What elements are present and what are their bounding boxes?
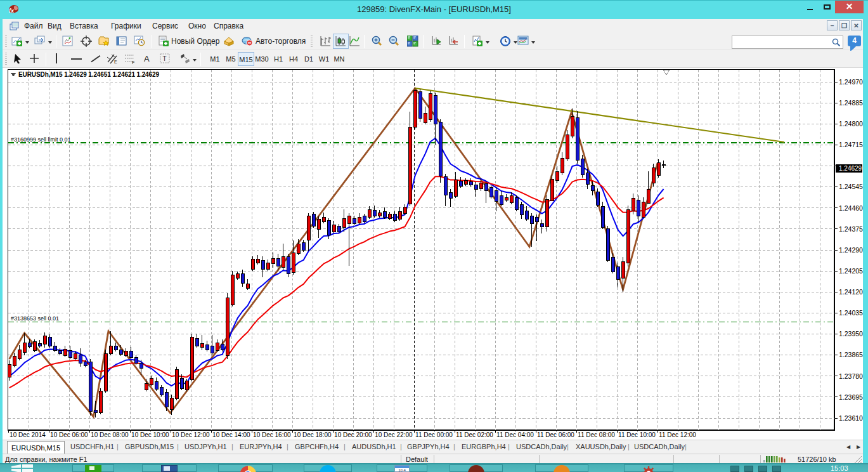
svg-text:1.24715: 1.24715: [839, 141, 863, 148]
svg-text:EURUSDh,M15 1.24629 1.24651 1: EURUSDh,M15 1.24629 1.24651 1.24621 1.24…: [18, 71, 160, 78]
svg-text:10 Dec 12:00: 10 Dec 12:00: [172, 431, 210, 438]
svg-text:1.24885: 1.24885: [839, 99, 863, 107]
svg-text:1.23865: 1.23865: [839, 351, 863, 358]
svg-text:1.24120: 1.24120: [839, 288, 863, 296]
svg-text:1.24460: 1.24460: [839, 204, 863, 212]
svg-text:11 Dec 10:00: 11 Dec 10:00: [618, 431, 656, 438]
svg-text:10 Dec 22:00: 10 Dec 22:00: [375, 431, 413, 438]
svg-text:1.24035: 1.24035: [839, 309, 863, 317]
svg-text:#3160999 sell limit 0.01: #3160999 sell limit 0.01: [11, 136, 71, 143]
svg-text:11 Dec 06:00: 11 Dec 06:00: [537, 431, 574, 438]
svg-text:11 Dec 08:00: 11 Dec 08:00: [578, 431, 615, 438]
svg-text:10 Dec 20:00: 10 Dec 20:00: [334, 431, 372, 438]
svg-text:1.24629: 1.24629: [839, 165, 862, 172]
svg-text:10 Dec 10:00: 10 Dec 10:00: [131, 431, 169, 438]
svg-text:1.23950: 1.23950: [839, 330, 863, 338]
svg-text:11 Dec 12:00: 11 Dec 12:00: [659, 431, 696, 438]
svg-text:1.24290: 1.24290: [839, 246, 863, 254]
svg-text:11 Dec 02:00: 11 Dec 02:00: [456, 431, 493, 438]
svg-text:10 Dec 16:00: 10 Dec 16:00: [253, 431, 291, 438]
svg-text:1.24800: 1.24800: [839, 120, 863, 128]
svg-text:10 Dec 14:00: 10 Dec 14:00: [212, 431, 250, 438]
svg-text:1.24375: 1.24375: [839, 225, 863, 233]
svg-text:T: T: [163, 55, 167, 62]
svg-text:F: F: [132, 60, 134, 64]
svg-text:11 Dec 00:00: 11 Dec 00:00: [415, 431, 453, 438]
svg-text:1.24545: 1.24545: [839, 183, 863, 190]
svg-text:#3138653 sell 0.01: #3138653 sell 0.01: [11, 315, 59, 322]
svg-text:1.24205: 1.24205: [839, 267, 863, 275]
svg-text:10 Dec 08:00: 10 Dec 08:00: [91, 431, 129, 438]
svg-text:11 Dec 04:00: 11 Dec 04:00: [496, 431, 534, 438]
svg-text:1.23610: 1.23610: [839, 414, 863, 422]
svg-text:10 Dec 18:00: 10 Dec 18:00: [294, 431, 332, 438]
svg-text:1.23695: 1.23695: [839, 393, 863, 401]
svg-text:10 Dec 06:00: 10 Dec 06:00: [50, 431, 88, 438]
svg-text:1.24970: 1.24970: [839, 78, 863, 86]
svg-text:E: E: [114, 60, 117, 64]
svg-text:1.23780: 1.23780: [839, 372, 863, 380]
svg-text:10 Dec 2014: 10 Dec 2014: [10, 431, 46, 438]
